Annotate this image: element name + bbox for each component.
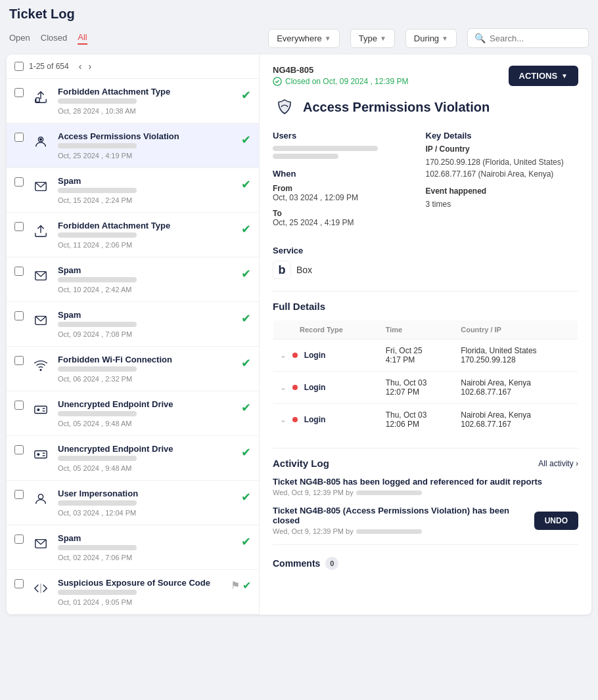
tab-closed[interactable]: Closed: [41, 33, 67, 44]
record-type: Login: [304, 351, 326, 360]
ticket-checkbox[interactable]: [14, 445, 24, 454]
record-location: Florida, United States170.250.99.128: [454, 339, 578, 372]
ticket-title: Forbidden Attachment Type: [58, 87, 235, 97]
record-location: Nairobi Area, Kenya102.68.77.167: [454, 404, 578, 436]
list-item[interactable]: Spam Oct, 10 2024 , 2:42 AM ✔: [7, 257, 259, 302]
status-check-icon: ✔: [241, 133, 251, 147]
svg-point-17: [38, 494, 43, 499]
service-section: Service b Box: [273, 246, 578, 279]
ticket-checkbox[interactable]: [14, 579, 24, 588]
expand-arrow-icon[interactable]: ⌄: [280, 351, 287, 360]
ticket-checkbox[interactable]: [14, 401, 24, 410]
select-all-checkbox[interactable]: [14, 62, 24, 71]
red-dot-icon: [292, 353, 298, 358]
status-check-icon: ✔: [241, 177, 251, 192]
tab-open[interactable]: Open: [9, 33, 30, 44]
ticket-checkbox[interactable]: [14, 490, 24, 499]
detail-title-row: Access Permissions Violation: [273, 95, 578, 119]
ticket-checkbox[interactable]: [14, 311, 24, 320]
from-label: From: [273, 184, 426, 193]
activity-text: Ticket NG4B-805 (Access Permissions Viol…: [273, 506, 528, 525]
detail-sections: Users When From Oct, 03 2024 , 12:09 PM …: [273, 131, 578, 234]
drive-icon: [30, 444, 51, 465]
ticket-closed-status: Closed on Oct, 09 2024 , 12:39 PM: [273, 77, 408, 86]
tab-all[interactable]: All: [78, 32, 87, 45]
spam-icon: [30, 533, 51, 554]
prev-page-button[interactable]: ‹: [77, 61, 84, 72]
list-item[interactable]: Suspicious Exposure of Source Code Oct, …: [7, 570, 259, 615]
list-item[interactable]: Spam Oct, 02 2024 , 7:06 PM ✔: [7, 525, 259, 570]
search-box[interactable]: 🔍: [467, 28, 589, 48]
service-label: Service: [273, 246, 578, 255]
ticket-title: Forbidden Attachment Type: [58, 221, 235, 230]
list-item[interactable]: User Impersonation Oct, 03 2024 , 12:04 …: [7, 481, 259, 525]
ticket-user: [58, 411, 137, 416]
next-page-button[interactable]: ›: [86, 61, 93, 72]
ticket-user: [58, 590, 137, 595]
record-type: Login: [304, 415, 326, 424]
ticket-date: Oct, 01 2024 , 9:05 PM: [58, 598, 224, 606]
everywhere-filter[interactable]: Everywhere ▼: [268, 29, 340, 48]
ticket-checkbox[interactable]: [14, 177, 24, 186]
detail-header: NG4B-805 Closed on Oct, 09 2024 , 12:39 …: [273, 65, 578, 86]
list-item[interactable]: Forbidden Attachment Type Oct, 11 2024 ,…: [7, 213, 259, 257]
ticket-checkbox[interactable]: [14, 267, 24, 276]
ticket-id: NG4B-805: [273, 65, 408, 75]
event-happened-label: Event happened: [426, 186, 579, 196]
status-check-icon: ✔: [241, 88, 251, 102]
list-item[interactable]: Forbidden Attachment Type Oct, 28 2024 ,…: [7, 79, 259, 123]
list-item[interactable]: Unencrypted Endpoint Drive Oct, 05 2024 …: [7, 436, 259, 481]
ticket-checkbox[interactable]: [14, 356, 24, 365]
right-panel: NG4B-805 Closed on Oct, 09 2024 , 12:39 …: [260, 55, 591, 615]
ticket-date: Oct, 11 2024 , 2:06 PM: [58, 241, 235, 249]
list-item[interactable]: Spam Oct, 15 2024 , 2:24 PM ✔: [7, 168, 259, 213]
to-label: To: [273, 209, 426, 218]
status-check-icon: ✔: [241, 267, 251, 281]
ticket-date: Oct, 15 2024 , 2:24 PM: [58, 196, 235, 204]
ticket-date: Oct, 25 2024 , 4:19 PM: [58, 152, 235, 160]
box-logo: b: [273, 261, 291, 279]
comments-badge: 0: [325, 557, 338, 570]
ticket-checkbox[interactable]: [14, 535, 24, 544]
svg-rect-1: [36, 98, 40, 102]
expand-arrow-icon[interactable]: ⌄: [280, 415, 287, 424]
user-blur-2: [273, 154, 338, 159]
ticket-user: [58, 366, 137, 372]
chevron-down-icon: ▼: [325, 35, 331, 42]
ticket-checkbox[interactable]: [14, 222, 24, 231]
activity-user-blur: [356, 491, 422, 495]
chevron-down-icon: ▼: [442, 35, 448, 42]
expand-arrow-icon[interactable]: ⌄: [280, 383, 287, 392]
event-happened-value: 3 times: [426, 198, 579, 210]
user-blur-1: [273, 146, 378, 151]
ticket-checkbox[interactable]: [14, 133, 24, 142]
ticket-date: Oct, 28 2024 , 10:38 AM: [58, 107, 235, 115]
list-item[interactable]: Access Permissions Violation Oct, 25 202…: [7, 123, 259, 168]
when-section: When From Oct, 03 2024 , 12:09 PM To Oct…: [273, 169, 426, 227]
red-dot-icon: [292, 385, 298, 390]
attachment-icon: [30, 87, 51, 108]
ip-country-label: IP / Country: [426, 144, 579, 154]
actions-button[interactable]: ACTIONS ▼: [509, 66, 578, 86]
list-item[interactable]: Forbidden Wi-Fi Connection Oct, 06 2024 …: [7, 347, 259, 391]
undo-button[interactable]: UNDO: [534, 512, 578, 530]
user-icon: [30, 489, 51, 510]
svg-point-8: [40, 369, 41, 370]
ticket-checkbox[interactable]: [14, 88, 24, 97]
all-activity-link[interactable]: All activity ›: [538, 459, 578, 468]
details-table: Record Type Time Country / IP ⌄ Login Fr…: [273, 320, 578, 436]
search-input[interactable]: [490, 33, 582, 43]
ticket-title: Unencrypted Endpoint Drive: [58, 399, 235, 409]
pagination-info: 1-25 of 654: [29, 62, 69, 71]
list-item[interactable]: Spam Oct, 09 2024 , 7:08 PM ✔: [7, 302, 259, 347]
list-item[interactable]: Unencrypted Endpoint Drive Oct, 05 2024 …: [7, 391, 259, 436]
type-filter[interactable]: Type ▼: [350, 29, 395, 48]
chevron-down-icon: ▼: [561, 72, 568, 79]
activity-header: Activity Log All activity ›: [273, 458, 578, 469]
activity-text: Ticket NG4B-805 has been logged and refe…: [273, 477, 578, 487]
attachment-icon: [30, 221, 51, 242]
during-filter[interactable]: During ▼: [405, 29, 457, 48]
svg-rect-13: [35, 451, 47, 458]
flag-icon: ⚑: [231, 580, 240, 591]
top-bar: Open Closed All Everywhere ▼ Type ▼ Duri…: [7, 28, 591, 48]
